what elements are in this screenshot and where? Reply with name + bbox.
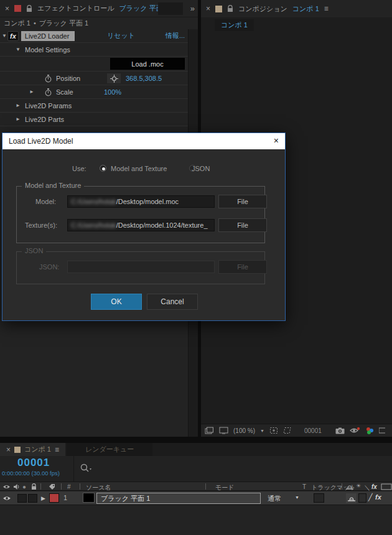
label-tag-icon[interactable]: [49, 483, 56, 490]
breadcrumb-separator: •: [34, 19, 36, 27]
close-icon[interactable]: ×: [6, 445, 11, 454]
radio-model-and-texture-label[interactable]: Model and Texture: [111, 165, 167, 172]
frame-blend-icon-partial[interactable]: [381, 483, 392, 490]
group-label: Live2D Params: [25, 102, 72, 109]
layer-label-color[interactable]: [49, 493, 59, 503]
mode-column[interactable]: モード: [215, 483, 234, 492]
layer-expand-triangle-icon[interactable]: ▶: [41, 495, 45, 501]
layer-number: 1: [63, 494, 67, 501]
quality-toggle[interactable]: ╱: [368, 493, 373, 501]
panel-menu-icon[interactable]: ≡: [55, 445, 59, 454]
panel-title[interactable]: コンポジション: [238, 4, 287, 14]
comp-color-swatch: [215, 6, 222, 12]
fx-badge-icon[interactable]: fx: [7, 31, 19, 41]
solo-toggle[interactable]: [28, 494, 37, 503]
stopwatch-icon[interactable]: [45, 75, 52, 83]
texture-path-private: C:/Users/hotak: [71, 221, 116, 229]
transparency-grid-icon[interactable]: [283, 427, 292, 434]
model-path-field[interactable]: C:/Users/hotak/Desktop/model.moc: [67, 195, 215, 208]
json-path-field: [67, 261, 215, 273]
position-value[interactable]: 368.5,308.5: [126, 75, 162, 82]
panel-title[interactable]: エフェクトコントロール: [37, 4, 114, 13]
cancel-button[interactable]: Cancel: [147, 294, 198, 310]
stopwatch-icon[interactable]: [45, 88, 52, 96]
collapse-triangle-icon[interactable]: ►: [29, 89, 35, 95]
panel-menu-icon[interactable]: ≡: [324, 4, 329, 13]
channel-rgb-icon[interactable]: [365, 427, 374, 435]
search-icon[interactable]: [80, 463, 92, 473]
load-moc-button[interactable]: Load .moc: [110, 58, 185, 70]
always-preview-icon[interactable]: [205, 427, 214, 435]
solo-icon[interactable]: ●: [22, 483, 26, 490]
collapse-transformations-icon[interactable]: ☀: [356, 483, 361, 489]
close-icon[interactable]: ×: [5, 4, 9, 13]
breadcrumb-comp[interactable]: コンポ 1: [4, 19, 30, 28]
point-picker-button[interactable]: [107, 73, 121, 83]
close-icon[interactable]: ×: [206, 4, 210, 13]
timeline-column-header: ● # ソース名 モード T トラックマット ☀: [0, 482, 392, 491]
source-name-column[interactable]: ソース名: [86, 483, 111, 492]
blend-mode-caret-icon[interactable]: ▼: [295, 495, 299, 500]
panel-divider[interactable]: [0, 437, 392, 443]
timeline-tab-comp[interactable]: × コンポ 1 ≡: [0, 443, 65, 456]
ok-button[interactable]: OK: [91, 294, 142, 310]
preserve-transparency-column[interactable]: T: [302, 483, 306, 490]
zoom-caret-icon[interactable]: ▼: [260, 429, 264, 433]
collapse-toggle[interactable]: [358, 493, 366, 503]
scale-row: ► Scale 100%: [0, 85, 188, 99]
resolution-icon-partial[interactable]: [379, 427, 385, 434]
audio-icon[interactable]: [13, 483, 20, 490]
crosshair-icon: [110, 75, 118, 83]
texture-path-value: /Desktop/model.1024/texture_: [116, 221, 208, 229]
region-of-interest-icon[interactable]: [269, 427, 278, 434]
info-link[interactable]: 情報...: [166, 31, 185, 40]
comp-frame-field[interactable]: 00001: [304, 427, 322, 434]
tab-gap: [158, 2, 183, 15]
property-label: Scale: [56, 88, 73, 96]
collapse-triangle-icon[interactable]: ►: [15, 116, 21, 122]
quality-column-icon[interactable]: ＼: [364, 483, 370, 492]
audio-toggle[interactable]: [17, 494, 27, 503]
texture-file-button[interactable]: File: [218, 218, 267, 232]
reset-link[interactable]: リセット: [107, 31, 135, 40]
collapse-triangle-icon[interactable]: ▼: [1, 33, 7, 39]
shy-toggle[interactable]: [346, 493, 357, 503]
scale-value[interactable]: 100%: [104, 88, 121, 96]
timecode-display: 0:00:00:00 (30.00 fps): [2, 470, 60, 477]
fx-toggle[interactable]: fx: [375, 493, 381, 501]
lock-icon[interactable]: [31, 483, 37, 490]
layer-number-column[interactable]: #: [67, 483, 71, 490]
track-matte-select[interactable]: [314, 493, 324, 503]
snapshot-camera-icon[interactable]: [335, 427, 345, 434]
texture-path-field[interactable]: C:/Users/hotak/Desktop/model.1024/textur…: [67, 219, 215, 231]
texture-label: Texture(s):: [25, 221, 57, 229]
load-live2d-model-dialog: Load Live2D Model × Use: Model and Textu…: [2, 133, 286, 321]
collapse-triangle-icon[interactable]: ►: [15, 103, 21, 108]
zoom-level[interactable]: (100 %): [233, 427, 255, 434]
layer-row[interactable]: ▶ 1 ブラック 平面 1 通常 ▼ ╱ fx: [0, 491, 392, 505]
layer-visibility-eye-icon[interactable]: [2, 495, 11, 501]
json-label: JSON:: [39, 263, 59, 271]
timeline-tab-render-queue[interactable]: レンダーキュー: [67, 443, 152, 456]
radio-model-and-texture[interactable]: [100, 165, 106, 172]
radio-json-label[interactable]: JSON: [192, 165, 210, 172]
model-path-value: /Desktop/model.moc: [116, 198, 179, 205]
blend-mode-select[interactable]: 通常: [268, 494, 281, 503]
lock-icon[interactable]: [227, 5, 233, 12]
show-snapshot-icon[interactable]: [350, 427, 360, 434]
collapse-triangle-icon[interactable]: ▼: [15, 47, 21, 52]
overflow-chevron-icon[interactable]: »: [190, 4, 195, 13]
eye-icon[interactable]: [2, 484, 11, 490]
after-effects-window: × エフェクトコントロール ブラック 平面 1 ≡ » コンポ 1 • ブラック…: [0, 0, 392, 535]
monitor-icon[interactable]: [219, 427, 228, 434]
dialog-close-icon[interactable]: ×: [274, 136, 279, 146]
current-frame-display[interactable]: 00001: [17, 457, 50, 469]
lock-icon[interactable]: [26, 5, 32, 12]
shy-icon[interactable]: [346, 484, 353, 490]
comp-viewer-tab[interactable]: コンポ 1: [215, 19, 254, 31]
effects-column-icon[interactable]: fx: [371, 483, 377, 490]
dialog-titlebar[interactable]: Load Live2D Model ×: [2, 133, 285, 149]
effect-name[interactable]: Live2D Loader: [21, 31, 75, 41]
layer-name-field[interactable]: ブラック 平面 1: [96, 493, 261, 504]
model-file-button[interactable]: File: [218, 195, 267, 208]
